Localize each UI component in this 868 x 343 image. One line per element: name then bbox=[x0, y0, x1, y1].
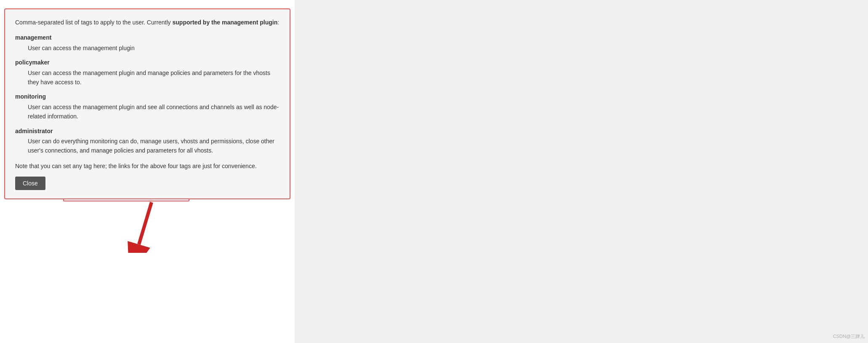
tag-item-management: management User can access the managemen… bbox=[15, 33, 280, 53]
svg-line-1 bbox=[139, 202, 152, 244]
tooltip-panel: Comma-separated list of tags to apply to… bbox=[4, 8, 290, 199]
arrow-container bbox=[126, 198, 177, 254]
tag-desc-management: User can access the management plugin bbox=[28, 43, 280, 53]
arrow-icon bbox=[126, 198, 177, 253]
tag-desc-policymaker: User can access the management plugin an… bbox=[28, 68, 280, 87]
tooltip-intro: Comma-separated list of tags to apply to… bbox=[15, 18, 280, 27]
tag-item-monitoring: monitoring User can access the managemen… bbox=[15, 92, 280, 121]
tag-item-administrator: administrator User can do everything mon… bbox=[15, 126, 280, 155]
tag-desc-administrator: User can do everything monitoring can do… bbox=[28, 137, 280, 155]
tag-name-management: management bbox=[15, 33, 280, 42]
tag-item-policymaker: policymaker User can access the manageme… bbox=[15, 58, 280, 87]
tooltip-note: Note that you can set any tag here; the … bbox=[15, 161, 280, 171]
tag-name-monitoring: monitoring bbox=[15, 92, 280, 101]
tag-desc-monitoring: User can access the management plugin an… bbox=[28, 102, 280, 121]
tag-name-policymaker: policymaker bbox=[15, 58, 280, 67]
tag-name-administrator: administrator bbox=[15, 126, 280, 136]
main-content: Current topic permissions ... no topic p… bbox=[0, 0, 295, 343]
close-button[interactable]: Close bbox=[15, 177, 45, 190]
watermark: CSDN@三牌儿 bbox=[833, 333, 865, 340]
